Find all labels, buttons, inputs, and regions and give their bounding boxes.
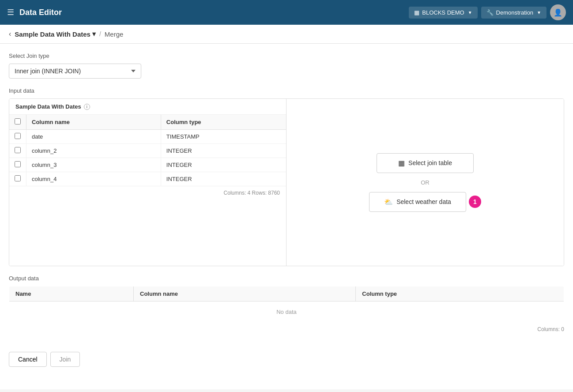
output-footer: Columns: 0 — [9, 323, 564, 336]
menu-icon[interactable]: ☰ — [7, 8, 14, 17]
table-grid-icon: ▦ — [398, 159, 405, 167]
avatar-icon: 👤 — [554, 8, 562, 17]
row-checkbox-cell — [9, 130, 26, 144]
breadcrumb-dropdown-icon: ▾ — [92, 30, 96, 38]
column-type-header: Column type — [161, 115, 286, 130]
blocks-demo-button[interactable]: ▦ BLOCKS DEMO ▼ — [409, 7, 477, 19]
select-join-table-label: Select join table — [408, 159, 452, 166]
cancel-button[interactable]: Cancel — [9, 352, 47, 367]
header-right: ▦ BLOCKS DEMO ▼ 🔧 Demonstration ▼ 👤 — [409, 4, 566, 20]
main-content: Select Join type Inner join (INNER JOIN)… — [0, 44, 573, 389]
header: ☰ Data Editor ▦ BLOCKS DEMO ▼ 🔧 Demonstr… — [0, 0, 573, 25]
output-col-column-name-header: Column name — [134, 286, 356, 302]
breadcrumb-separator: / — [99, 30, 101, 38]
row-3-name: column_3 — [26, 158, 161, 172]
input-data-grid: Sample Data With Dates i Column name Col… — [9, 98, 564, 266]
demonstration-button[interactable]: 🔧 Demonstration ▼ — [481, 7, 547, 19]
back-arrow-icon: ‹ — [9, 30, 11, 38]
no-data-row: No data — [9, 302, 564, 323]
join-button[interactable]: Join — [50, 352, 80, 367]
join-type-select[interactable]: Inner join (INNER JOIN) Left join (LEFT … — [9, 64, 141, 79]
cloud-icon: ⛅ — [384, 198, 393, 206]
table-row: column_4 INTEGER — [9, 172, 286, 186]
column-name-header: Column name — [26, 115, 161, 130]
blocks-demo-label: BLOCKS DEMO — [422, 9, 464, 16]
row-1-type: TIMESTAMP — [161, 130, 286, 144]
output-table: Name Column name Column type No data — [9, 286, 564, 323]
row-1-checkbox[interactable] — [15, 133, 21, 139]
join-type-label: Select Join type — [9, 53, 564, 59]
row-2-name: column_2 — [26, 144, 161, 158]
data-table: Column name Column type date TIMESTAMP — [9, 115, 286, 186]
breadcrumb-dataset[interactable]: Sample Data With Dates ▾ — [15, 30, 96, 38]
table-header-row: Column name Column type — [9, 115, 286, 130]
select-weather-data-button[interactable]: ⛅ Select weather data — [369, 192, 466, 212]
demonstration-label: Demonstration — [496, 9, 534, 16]
action-row: Cancel Join — [9, 345, 564, 370]
demo-chevron-icon: ▼ — [537, 10, 541, 15]
select-weather-row: ⛅ Select weather data 1 — [369, 192, 481, 212]
row-2-checkbox[interactable] — [15, 147, 21, 153]
row-4-name: column_4 — [26, 172, 161, 186]
breadcrumb-bar: ‹ Sample Data With Dates ▾ / Merge — [0, 25, 573, 44]
row-3-type: INTEGER — [161, 158, 286, 172]
row-4-type: INTEGER — [161, 172, 286, 186]
input-data-section: Input data Sample Data With Dates i Colu… — [9, 87, 564, 266]
select-all-checkbox[interactable] — [15, 118, 21, 124]
app-title: Data Editor — [19, 8, 403, 17]
table-row: date TIMESTAMP — [9, 130, 286, 144]
left-panel-header: Sample Data With Dates i — [9, 99, 286, 115]
output-col-type-header: Column type — [356, 286, 564, 302]
row-2-type: INTEGER — [161, 144, 286, 158]
blocks-table-icon: ▦ — [414, 9, 419, 16]
wrench-icon: 🔧 — [486, 9, 494, 16]
back-button[interactable]: ‹ — [9, 30, 11, 38]
table-row: column_3 INTEGER — [9, 158, 286, 172]
dataset-name-label: Sample Data With Dates — [15, 30, 90, 38]
or-divider: OR — [421, 179, 430, 186]
user-avatar[interactable]: 👤 — [550, 4, 566, 20]
table-footer: Columns: 4 Rows: 8760 — [9, 186, 286, 200]
left-panel: Sample Data With Dates i Column name Col… — [9, 99, 286, 266]
output-data-section: Output data Name Column name Column type… — [9, 275, 564, 336]
header-checkbox-col — [9, 115, 26, 130]
row-4-checkbox[interactable] — [15, 175, 21, 181]
row-3-checkbox[interactable] — [15, 161, 21, 167]
weather-badge: 1 — [469, 196, 481, 208]
info-icon[interactable]: i — [84, 104, 90, 110]
output-col-name-header: Name — [9, 286, 134, 302]
left-table-name: Sample Data With Dates — [15, 103, 81, 110]
row-checkbox-cell — [9, 172, 26, 186]
right-panel-inner: ▦ Select join table OR ⛅ Select weather … — [369, 153, 481, 212]
right-panel: ▦ Select join table OR ⛅ Select weather … — [286, 99, 564, 266]
no-data-cell: No data — [9, 302, 564, 323]
breadcrumb-page: Merge — [105, 30, 124, 38]
row-checkbox-cell — [9, 144, 26, 158]
table-row: column_2 INTEGER — [9, 144, 286, 158]
blocks-chevron-icon: ▼ — [468, 10, 472, 15]
select-weather-label: Select weather data — [396, 198, 451, 205]
row-1-name: date — [26, 130, 161, 144]
output-header-row: Name Column name Column type — [9, 286, 564, 302]
select-join-table-button[interactable]: ▦ Select join table — [377, 153, 474, 173]
output-data-label: Output data — [9, 275, 564, 282]
input-data-label: Input data — [9, 87, 564, 94]
row-checkbox-cell — [9, 158, 26, 172]
join-type-section: Select Join type Inner join (INNER JOIN)… — [9, 53, 564, 79]
